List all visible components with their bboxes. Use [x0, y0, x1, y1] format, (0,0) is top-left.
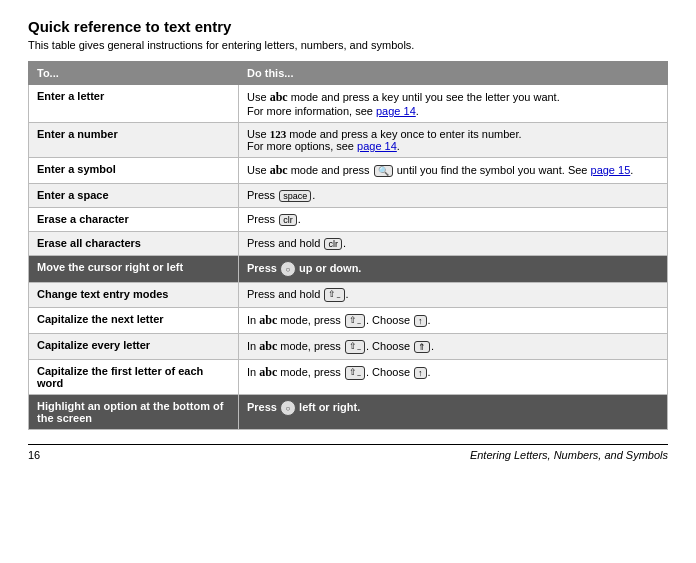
- table-row: Capitalize the first letter of each word…: [29, 360, 668, 395]
- to-cell: Enter a letter: [29, 85, 239, 123]
- do-cell: In abc mode, press ⇧~. Choose ⇑.: [239, 334, 668, 360]
- page-title: Quick reference to text entry: [28, 18, 668, 35]
- table-row: Highlight an option at the bottom of the…: [29, 395, 668, 430]
- page-subtitle: This table gives general instructions fo…: [28, 39, 668, 51]
- table-row: Enter a symbolUse abc mode and press 🔍 u…: [29, 158, 668, 184]
- footer-section-title: Entering Letters, Numbers, and Symbols: [470, 449, 668, 461]
- do-cell: Use 123 mode and press a key once to ent…: [239, 123, 668, 158]
- table-header-row: To... Do this...: [29, 62, 668, 85]
- table-row: Erase all charactersPress and hold clr.: [29, 232, 668, 256]
- footer-page-number: 16: [28, 449, 40, 461]
- table-row: Move the cursor right or leftPress ○ up …: [29, 256, 668, 283]
- table-row: Enter a letterUse abc mode and press a k…: [29, 85, 668, 123]
- do-cell: In abc mode, press ⇧~. Choose ↑.: [239, 360, 668, 395]
- to-cell: Enter a space: [29, 184, 239, 208]
- reference-table: To... Do this... Enter a letterUse abc m…: [28, 61, 668, 430]
- col-to-header: To...: [29, 62, 239, 85]
- page-footer: 16 Entering Letters, Numbers, and Symbol…: [28, 444, 668, 461]
- table-row: Capitalize every letterIn abc mode, pres…: [29, 334, 668, 360]
- to-cell: Capitalize the next letter: [29, 308, 239, 334]
- table-row: Erase a characterPress clr.: [29, 208, 668, 232]
- table-row: Enter a spacePress space.: [29, 184, 668, 208]
- do-cell: In abc mode, press ⇧~. Choose ↑.: [239, 308, 668, 334]
- to-cell: Enter a symbol: [29, 158, 239, 184]
- to-cell: Change text entry modes: [29, 283, 239, 308]
- do-cell: Use abc mode and press 🔍 until you find …: [239, 158, 668, 184]
- to-cell: Erase all characters: [29, 232, 239, 256]
- do-cell: Press space.: [239, 184, 668, 208]
- table-row: Enter a numberUse 123 mode and press a k…: [29, 123, 668, 158]
- do-cell: Press ○ left or right.: [239, 395, 668, 430]
- do-cell: Press ○ up or down.: [239, 256, 668, 283]
- to-cell: Capitalize the first letter of each word: [29, 360, 239, 395]
- to-cell: Move the cursor right or left: [29, 256, 239, 283]
- to-cell: Erase a character: [29, 208, 239, 232]
- col-do-header: Do this...: [239, 62, 668, 85]
- to-cell: Enter a number: [29, 123, 239, 158]
- table-row: Capitalize the next letterIn abc mode, p…: [29, 308, 668, 334]
- do-cell: Press and hold clr.: [239, 232, 668, 256]
- do-cell: Use abc mode and press a key until you s…: [239, 85, 668, 123]
- to-cell: Capitalize every letter: [29, 334, 239, 360]
- do-cell: Press clr.: [239, 208, 668, 232]
- table-row: Change text entry modesPress and hold ⇧~…: [29, 283, 668, 308]
- do-cell: Press and hold ⇧~.: [239, 283, 668, 308]
- to-cell: Highlight an option at the bottom of the…: [29, 395, 239, 430]
